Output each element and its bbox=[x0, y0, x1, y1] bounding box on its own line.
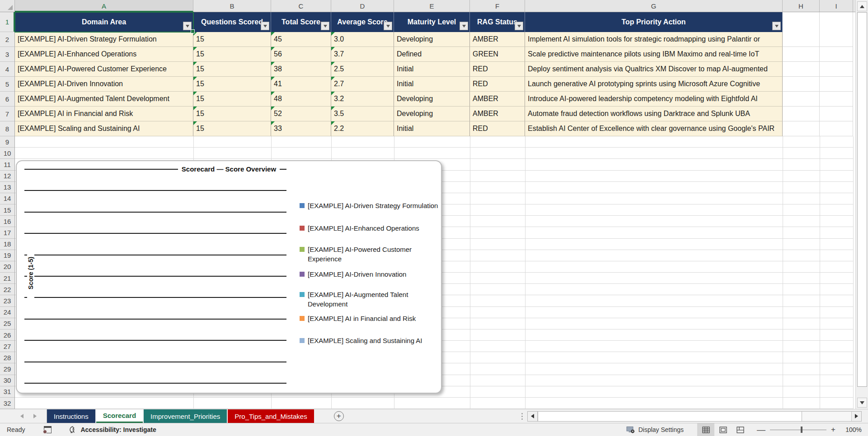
cell-top-priority-action[interactable]: Automate fraud detection workflows using… bbox=[525, 107, 783, 121]
cell-rag-status[interactable]: AMBER bbox=[470, 92, 525, 107]
normal-view-button[interactable] bbox=[697, 423, 714, 436]
row-header[interactable]: 17 bbox=[0, 227, 14, 238]
cell-top-priority-action[interactable]: Launch generative AI prototyping sprints… bbox=[525, 77, 783, 92]
cell-questions-scored[interactable]: 15 bbox=[193, 77, 271, 92]
horizontal-scrollbar[interactable] bbox=[527, 411, 862, 422]
column-header-b[interactable]: B bbox=[193, 0, 271, 12]
empty-cell[interactable] bbox=[783, 47, 820, 62]
row-header[interactable]: 23 bbox=[0, 295, 14, 306]
column-header-e[interactable]: E bbox=[394, 0, 470, 12]
row-header[interactable]: 31 bbox=[0, 386, 14, 398]
cell-average-score[interactable]: 3.0 bbox=[331, 32, 394, 47]
scroll-right-button[interactable] bbox=[851, 412, 861, 421]
column-header-f[interactable]: F bbox=[470, 0, 525, 12]
select-all-corner[interactable] bbox=[0, 0, 15, 12]
legend-item[interactable]: [EXAMPLE] AI-Powered Customer Experience bbox=[300, 245, 421, 264]
row-header[interactable]: 9 bbox=[0, 136, 14, 148]
zoom-percentage-button[interactable]: 100% bbox=[843, 426, 862, 433]
sheet-tab-scorecard[interactable]: Scorecard bbox=[96, 409, 143, 423]
cell-rag-status[interactable]: GREEN bbox=[470, 47, 525, 62]
row-header[interactable]: 26 bbox=[0, 329, 14, 341]
empty-cell[interactable] bbox=[820, 107, 853, 121]
cell-top-priority-action[interactable]: Introduce AI-powered leadership competen… bbox=[525, 92, 783, 107]
empty-cell[interactable] bbox=[820, 62, 853, 77]
cell-domain-area[interactable]: [EXAMPLE] AI-Powered Customer Experience bbox=[15, 62, 193, 77]
legend-item[interactable]: [EXAMPLE] AI-Driven Strategy Formulation bbox=[300, 201, 443, 210]
empty-cell[interactable] bbox=[820, 32, 853, 47]
vertical-scrollbar[interactable] bbox=[855, 0, 868, 409]
cell-questions-scored[interactable]: 15 bbox=[193, 92, 271, 107]
cell-maturity-level[interactable]: Initial bbox=[394, 77, 470, 92]
horizontal-scroll-thumb[interactable] bbox=[538, 412, 802, 421]
grid-row[interactable] bbox=[15, 148, 853, 159]
empty-cell[interactable] bbox=[783, 32, 820, 47]
cell-maturity-level[interactable]: Developing bbox=[394, 32, 470, 47]
filter-dropdown-button[interactable] bbox=[460, 22, 468, 30]
scroll-left-button[interactable] bbox=[528, 412, 538, 421]
cell-domain-area[interactable]: [EXAMPLE] AI in Financial and Risk bbox=[15, 107, 193, 121]
empty-cell[interactable] bbox=[783, 107, 820, 121]
cell-rag-status[interactable]: AMBER bbox=[470, 32, 525, 47]
legend-item[interactable]: [EXAMPLE] AI-Enhanced Operations bbox=[300, 223, 443, 233]
cell-top-priority-action[interactable]: Implement AI simulation tools for strate… bbox=[525, 32, 783, 47]
horizontal-scroll-track[interactable] bbox=[802, 412, 851, 421]
row-header[interactable]: 7 bbox=[0, 107, 14, 121]
chart-object[interactable]: Scorecard — Score Overview Score (1-5) [… bbox=[16, 160, 442, 394]
page-break-preview-button[interactable] bbox=[732, 423, 749, 436]
row-header[interactable]: 10 bbox=[0, 148, 14, 159]
vertical-scroll-thumb[interactable] bbox=[857, 12, 867, 387]
cell-domain-area[interactable]: [EXAMPLE] Scaling and Sustaining AI bbox=[15, 121, 193, 136]
header-cell-average-score[interactable]: Average Score bbox=[331, 12, 394, 32]
row-header[interactable]: 28 bbox=[0, 352, 14, 363]
cell-rag-status[interactable]: RED bbox=[470, 77, 525, 92]
cell-questions-scored[interactable]: 15 bbox=[193, 121, 271, 136]
empty-cell[interactable] bbox=[820, 12, 853, 32]
row-header[interactable]: 24 bbox=[0, 307, 14, 318]
empty-cell[interactable] bbox=[783, 92, 820, 107]
empty-cell[interactable] bbox=[783, 121, 820, 136]
legend-item[interactable]: [EXAMPLE] AI in Financial and Risk bbox=[300, 314, 443, 323]
sheet-tab-improvement-priorities[interactable]: Improvement_Priorities bbox=[144, 409, 227, 423]
cell-rag-status[interactable]: RED bbox=[470, 121, 525, 136]
empty-cell[interactable] bbox=[820, 121, 853, 136]
empty-cell[interactable] bbox=[783, 62, 820, 77]
row-header[interactable]: 18 bbox=[0, 239, 14, 250]
row-header[interactable]: 14 bbox=[0, 193, 14, 204]
filter-dropdown-button[interactable] bbox=[321, 22, 329, 30]
row-header[interactable]: 13 bbox=[0, 182, 14, 193]
chart-y-axis-label[interactable]: Score (1-5) bbox=[27, 245, 34, 301]
cell-average-score[interactable]: 2.2 bbox=[331, 121, 394, 136]
row-header[interactable]: 15 bbox=[0, 204, 14, 216]
empty-cell[interactable] bbox=[783, 77, 820, 92]
display-settings-button[interactable]: Display Settings bbox=[626, 426, 684, 434]
row-header[interactable]: 30 bbox=[0, 375, 14, 386]
empty-cell[interactable] bbox=[820, 92, 853, 107]
zoom-in-button[interactable]: + bbox=[831, 425, 835, 434]
cell-total-score[interactable]: 48 bbox=[271, 92, 331, 107]
page-layout-view-button[interactable] bbox=[714, 423, 732, 436]
cell-total-score[interactable]: 41 bbox=[271, 77, 331, 92]
cell-top-priority-action[interactable]: Deploy sentiment analysis via Qualtrics … bbox=[525, 62, 783, 77]
filter-dropdown-button[interactable] bbox=[772, 22, 781, 30]
row-header[interactable]: 27 bbox=[0, 341, 14, 352]
row-header[interactable]: 4 bbox=[0, 62, 14, 77]
cell-domain-area[interactable]: [EXAMPLE] AI-Enhanced Operations bbox=[15, 47, 193, 62]
prev-sheet-icon[interactable] bbox=[20, 414, 23, 418]
header-cell-maturity-level[interactable]: Maturity Level bbox=[394, 12, 470, 32]
scroll-down-button[interactable] bbox=[857, 398, 867, 408]
column-header-h[interactable]: H bbox=[783, 0, 820, 12]
row-header[interactable]: 6 bbox=[0, 92, 14, 107]
column-header-i[interactable]: I bbox=[820, 0, 853, 12]
cell-maturity-level[interactable]: Initial bbox=[394, 62, 470, 77]
cell-maturity-level[interactable]: Defined bbox=[394, 47, 470, 62]
header-cell-rag-status[interactable]: RAG Status bbox=[470, 12, 525, 32]
row-header[interactable]: 3 bbox=[0, 47, 14, 62]
header-cell-top-priority-action[interactable]: Top Priority Action bbox=[525, 12, 783, 32]
cell-total-score[interactable]: 52 bbox=[271, 107, 331, 121]
accessibility-status[interactable]: Accessibility: Investigate bbox=[69, 426, 156, 434]
cell-maturity-level[interactable]: Developing bbox=[394, 92, 470, 107]
cell-questions-scored[interactable]: 15 bbox=[193, 62, 271, 77]
row-header[interactable]: 29 bbox=[0, 363, 14, 375]
cell-total-score[interactable]: 33 bbox=[271, 121, 331, 136]
add-sheet-button[interactable]: + bbox=[334, 411, 344, 421]
